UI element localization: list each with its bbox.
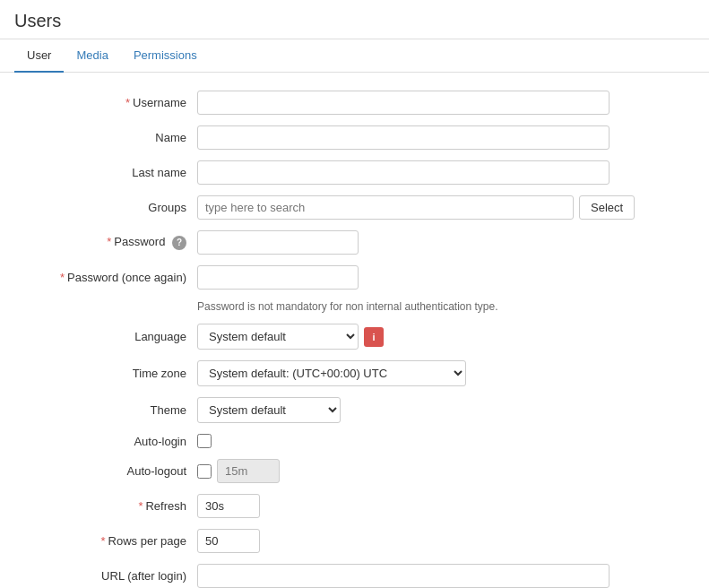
refresh-label: *Refresh bbox=[18, 499, 197, 513]
groups-search-container: Select bbox=[197, 195, 635, 220]
autologout-container bbox=[197, 459, 280, 483]
password-again-row: *Password (once again) bbox=[18, 265, 691, 290]
tab-user[interactable]: User bbox=[14, 39, 64, 73]
refresh-input[interactable]: 30s bbox=[197, 494, 260, 518]
autologout-input[interactable] bbox=[217, 459, 280, 483]
password-required-star: * bbox=[107, 235, 111, 248]
autologin-row: Auto-login bbox=[18, 434, 691, 448]
timezone-label: Time zone bbox=[18, 367, 197, 380]
page-header: Users bbox=[0, 0, 709, 39]
autologout-row: Auto-logout bbox=[18, 459, 691, 483]
tab-media[interactable]: Media bbox=[64, 39, 120, 73]
language-info-button[interactable]: i bbox=[364, 327, 384, 347]
autologout-label: Auto-logout bbox=[18, 464, 197, 478]
tab-permissions[interactable]: Permissions bbox=[121, 39, 210, 73]
password-note: Password is not mandatory for non intern… bbox=[18, 300, 691, 313]
username-label: *Username bbox=[18, 96, 197, 109]
language-container: System default English French German Spa… bbox=[197, 324, 384, 350]
autologout-checkbox[interactable] bbox=[197, 464, 212, 479]
autologin-checkbox[interactable] bbox=[197, 434, 212, 448]
password-again-input[interactable] bbox=[197, 265, 359, 290]
user-form: *Username Name Last name Groups Select *… bbox=[0, 73, 709, 588]
password-help-icon[interactable]: ? bbox=[172, 236, 186, 250]
language-row: Language System default English French G… bbox=[18, 324, 691, 350]
tab-bar: User Media Permissions bbox=[0, 39, 709, 73]
name-row: Name bbox=[18, 125, 691, 150]
groups-search-input[interactable] bbox=[197, 195, 574, 220]
password-row: *Password ? bbox=[18, 230, 691, 255]
url-input[interactable] bbox=[197, 564, 610, 588]
password-again-label: *Password (once again) bbox=[18, 271, 197, 284]
rows-per-page-label: *Rows per page bbox=[18, 534, 197, 548]
language-select[interactable]: System default English French German Spa… bbox=[197, 324, 359, 350]
refresh-row: *Refresh 30s bbox=[18, 494, 691, 518]
username-row: *Username bbox=[18, 91, 691, 115]
lastname-input[interactable] bbox=[197, 160, 610, 185]
rows-per-page-input[interactable]: 50 bbox=[197, 529, 260, 553]
refresh-required-star: * bbox=[138, 499, 143, 513]
lastname-row: Last name bbox=[18, 160, 691, 185]
language-label: Language bbox=[18, 330, 197, 343]
timezone-select[interactable]: System default: (UTC+00:00) UTC (UTC+01:… bbox=[197, 360, 466, 386]
groups-label: Groups bbox=[18, 201, 197, 214]
lastname-label: Last name bbox=[18, 166, 197, 179]
theme-row: Theme System default Blue Dark bbox=[18, 397, 691, 423]
url-row: URL (after login) bbox=[18, 564, 691, 588]
groups-row: Groups Select bbox=[18, 195, 691, 220]
rows-per-page-row: *Rows per page 50 bbox=[18, 529, 691, 553]
name-input[interactable] bbox=[197, 125, 610, 150]
theme-label: Theme bbox=[18, 403, 197, 417]
password-label: *Password ? bbox=[18, 235, 197, 250]
theme-select[interactable]: System default Blue Dark bbox=[197, 397, 341, 423]
page-title: Users bbox=[14, 11, 695, 31]
password-input[interactable] bbox=[197, 230, 359, 255]
rows-required-star: * bbox=[100, 534, 105, 548]
url-label: URL (after login) bbox=[18, 569, 197, 583]
password-again-required-star: * bbox=[60, 271, 65, 284]
timezone-row: Time zone System default: (UTC+00:00) UT… bbox=[18, 360, 691, 386]
name-label: Name bbox=[18, 131, 197, 144]
username-input[interactable] bbox=[197, 91, 610, 115]
groups-select-button[interactable]: Select bbox=[579, 195, 635, 220]
autologin-label: Auto-login bbox=[18, 435, 197, 448]
required-star: * bbox=[125, 96, 130, 109]
